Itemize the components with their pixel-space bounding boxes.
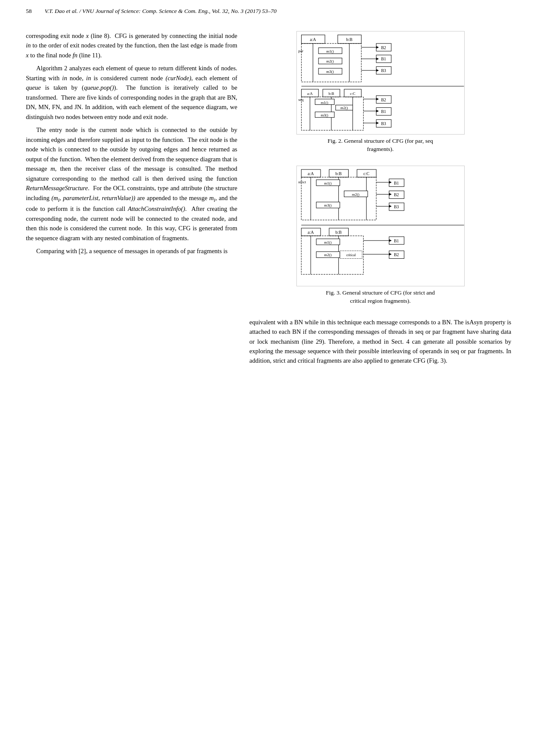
svg-text:B2: B2 [393, 192, 399, 197]
svg-text:c:C: c:C [363, 171, 369, 176]
paragraph-1: correspoding exit node x (line 8). CFG i… [26, 31, 237, 60]
svg-text:m1(): m1() [324, 240, 331, 244]
svg-marker-51 [376, 98, 379, 100]
svg-text:c:C: c:C [350, 91, 355, 96]
svg-text:B2: B2 [381, 97, 386, 102]
svg-text:B2: B2 [381, 45, 386, 50]
svg-text:m2(): m2() [352, 192, 359, 196]
left-column: correspoding exit node x (line 8). CFG i… [26, 31, 237, 373]
svg-text:b:B: b:B [335, 171, 342, 176]
svg-marker-53 [376, 110, 379, 112]
svg-text:a:A: a:A [308, 171, 314, 176]
fig2-caption: Fig. 2. General structure of CFG (for pa… [327, 137, 433, 154]
svg-marker-55 [376, 122, 379, 124]
svg-marker-84 [389, 205, 391, 207]
svg-text:B1: B1 [393, 238, 399, 243]
figure-2-box: a:A b:B par m1() [249, 31, 511, 154]
svg-text:par: par [298, 49, 303, 53]
svg-text:B1: B1 [381, 109, 386, 114]
svg-text:m2(): m2() [324, 253, 331, 257]
svg-marker-82 [389, 193, 391, 195]
svg-text:b:B: b:B [335, 230, 342, 235]
svg-text:m1(): m1() [324, 181, 331, 185]
svg-text:critical: critical [346, 253, 356, 257]
svg-text:B1: B1 [393, 180, 399, 185]
svg-text:B3: B3 [393, 204, 399, 209]
right-paragraph: equivalent with a BN while in this techn… [249, 317, 511, 366]
svg-text:m1(): m1() [321, 100, 328, 105]
svg-text:a:A: a:A [308, 230, 314, 235]
svg-text:m2(): m2() [340, 106, 348, 110]
paragraph-2: Algorithm 2 analyzes each element of que… [26, 63, 237, 122]
svg-text:m1(): m1() [326, 49, 334, 53]
svg-text:m2(): m2() [326, 59, 334, 63]
content-area: correspoding exit node x (line 8). CFG i… [0, 18, 535, 386]
right-col-content: a:A b:B par m1() [249, 31, 511, 373]
svg-text:B3: B3 [381, 68, 386, 73]
svg-text:strict: strict [298, 179, 306, 184]
svg-text:m3(): m3() [326, 69, 334, 74]
svg-marker-23 [376, 57, 379, 60]
page-number: 58 [26, 8, 32, 15]
right-column: a:A b:B par m1() [249, 31, 511, 373]
svg-marker-104 [389, 239, 391, 242]
svg-text:b:B: b:B [346, 37, 352, 42]
page: 58 V.T. Dao et al. / VNU Journal of Scie… [0, 0, 535, 756]
svg-marker-106 [389, 253, 391, 255]
journal-title: V.T. Dao et al. / VNU Journal of Science… [45, 8, 277, 15]
figure-3-box: a:A b:B c:C strict [249, 166, 511, 305]
svg-text:m3(): m3() [324, 203, 331, 207]
svg-text:a:A: a:A [310, 37, 316, 42]
svg-text:B3: B3 [381, 121, 386, 126]
fig3-caption: Fig. 3. General structure of CFG (for st… [326, 289, 435, 305]
page-header: 58 V.T. Dao et al. / VNU Journal of Scie… [0, 0, 535, 18]
right-column-text: equivalent with a BN while in this techn… [249, 317, 511, 369]
svg-text:seq: seq [298, 97, 303, 102]
paragraph-4: Comparing with [2], a sequence of messag… [26, 246, 237, 256]
svg-text:a:A: a:A [307, 91, 312, 96]
svg-text:B2: B2 [393, 252, 399, 257]
svg-marker-80 [389, 181, 391, 184]
svg-marker-25 [376, 69, 379, 72]
svg-marker-21 [376, 46, 379, 49]
svg-text:B1: B1 [381, 56, 386, 61]
paragraph-3: The entry node is the current node which… [26, 125, 237, 243]
figure-3-svg: a:A b:B c:C strict [296, 166, 465, 286]
figure-2-svg: a:A b:B par m1() [296, 31, 465, 135]
svg-text:b:B: b:B [328, 91, 334, 96]
svg-text:m3(): m3() [321, 113, 328, 117]
text-block-1: correspoding exit node x (line 8). CFG i… [26, 31, 237, 256]
